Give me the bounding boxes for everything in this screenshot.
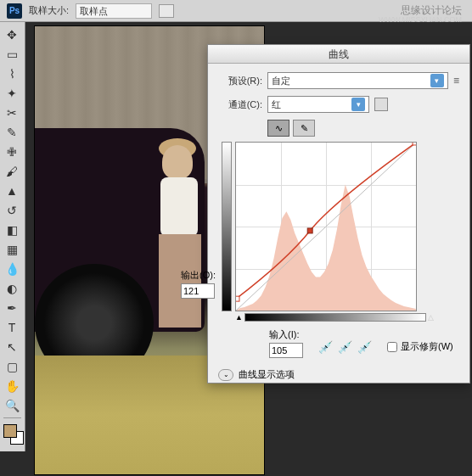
show-clipping-label: 显示修剪(W) bbox=[401, 340, 453, 353]
color-swatches[interactable] bbox=[2, 424, 23, 448]
svg-line-1 bbox=[236, 143, 416, 311]
curve-graph[interactable] bbox=[235, 142, 417, 311]
expand-options-label: 曲线显示选项 bbox=[239, 368, 295, 381]
options-button[interactable] bbox=[159, 4, 174, 18]
toolbox: ✥ ▭ ⌇ ✦ ✂ ✎ ✙ 🖌 ▲ ↺ ◧ ▦ 💧 ◐ ✒ T ↖ ▢ ✋ 🔍 bbox=[0, 22, 25, 451]
lasso-tool[interactable]: ⌇ bbox=[2, 64, 22, 83]
expand-options-button[interactable]: ⌄ bbox=[218, 369, 233, 381]
ps-logo: Ps bbox=[7, 3, 22, 19]
preset-menu-icon[interactable]: ≡ bbox=[453, 75, 459, 87]
output-label: 输出(O): bbox=[181, 270, 216, 280]
input-gradient bbox=[244, 313, 426, 322]
input-label: 输入(I): bbox=[269, 328, 303, 341]
input-input[interactable] bbox=[269, 343, 303, 358]
svg-rect-2 bbox=[307, 228, 312, 233]
svg-rect-4 bbox=[413, 143, 416, 145]
pen-tool[interactable]: ✒ bbox=[2, 299, 22, 317]
preset-label: 预设(R): bbox=[218, 75, 262, 87]
brush-tool[interactable]: 🖌 bbox=[2, 162, 22, 181]
wand-tool[interactable]: ✦ bbox=[2, 84, 22, 103]
output-input[interactable] bbox=[181, 283, 215, 299]
chevron-down-icon: ▾ bbox=[351, 98, 365, 111]
output-gradient bbox=[222, 142, 232, 311]
canvas-image-person bbox=[145, 145, 213, 383]
heal-tool[interactable]: ✙ bbox=[2, 143, 22, 161]
curves-title: 曲线 bbox=[208, 45, 469, 64]
curve-draw-mode[interactable]: ✎ bbox=[293, 120, 315, 137]
channel-value: 红 bbox=[272, 98, 281, 111]
black-point-slider[interactable]: ▲ bbox=[235, 313, 243, 322]
white-point-slider[interactable]: △ bbox=[428, 313, 434, 322]
curve-lines bbox=[236, 143, 416, 311]
move-tool[interactable]: ✥ bbox=[2, 25, 22, 44]
dodge-tool[interactable]: ◐ bbox=[2, 279, 22, 298]
marquee-tool[interactable]: ▭ bbox=[2, 45, 22, 64]
curve-point-mode[interactable]: ∿ bbox=[267, 120, 289, 137]
gradient-tool[interactable]: ▦ bbox=[2, 240, 22, 259]
eyedropper-tool[interactable]: ✎ bbox=[2, 123, 22, 142]
channel-dropdown[interactable]: 红 ▾ bbox=[267, 96, 369, 113]
show-clipping-input[interactable] bbox=[387, 342, 397, 352]
path-tool[interactable]: ↖ bbox=[2, 338, 22, 356]
channel-label: 通道(C): bbox=[218, 98, 262, 111]
type-tool[interactable]: T bbox=[2, 318, 22, 337]
preset-value: 自定 bbox=[272, 75, 290, 87]
sample-size-label: 取样大小: bbox=[29, 4, 69, 17]
hand-tool[interactable]: ✋ bbox=[2, 377, 22, 395]
gray-eyedropper-icon[interactable]: 💉 bbox=[338, 340, 352, 354]
sample-size-dropdown[interactable]: 取样点 bbox=[76, 3, 152, 19]
history-brush-tool[interactable]: ↺ bbox=[2, 201, 22, 220]
curves-dialog[interactable]: 曲线 预设(R): 自定 ▾ ≡ 通道(C): 红 ▾ ∿ ✎ bbox=[207, 44, 470, 384]
crop-tool[interactable]: ✂ bbox=[2, 104, 22, 122]
shape-tool[interactable]: ▢ bbox=[2, 357, 22, 376]
auto-button[interactable] bbox=[374, 98, 388, 111]
preset-dropdown[interactable]: 自定 ▾ bbox=[267, 72, 448, 89]
white-eyedropper-icon[interactable]: 💉 bbox=[357, 340, 372, 354]
stamp-tool[interactable]: ▲ bbox=[2, 182, 22, 200]
foreground-color[interactable] bbox=[3, 424, 17, 438]
svg-rect-3 bbox=[236, 296, 239, 301]
black-eyedropper-icon[interactable]: 💉 bbox=[318, 340, 333, 354]
sample-size-value: 取样点 bbox=[80, 6, 108, 16]
watermark-url: WWW.MISSYUAN.COM bbox=[379, 15, 462, 24]
workspace: ✥ ▭ ⌇ ✦ ✂ ✎ ✙ 🖌 ▲ ↺ ◧ ▦ 💧 ◐ ✒ T ↖ ▢ ✋ 🔍 bbox=[0, 22, 472, 476]
chevron-down-icon: ▾ bbox=[430, 74, 444, 87]
blur-tool[interactable]: 💧 bbox=[2, 260, 22, 278]
zoom-tool[interactable]: 🔍 bbox=[2, 396, 22, 415]
eraser-tool[interactable]: ◧ bbox=[2, 221, 22, 239]
show-clipping-checkbox[interactable]: 显示修剪(W) bbox=[387, 340, 453, 353]
